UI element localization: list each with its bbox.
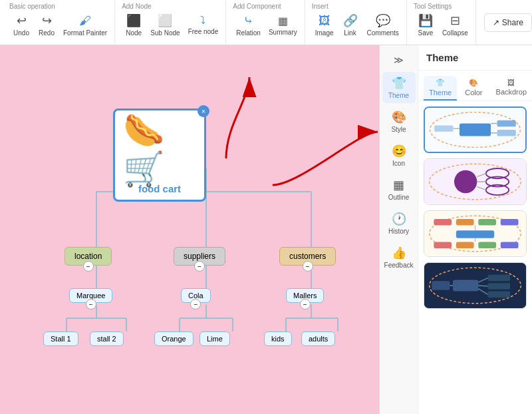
backdrop-tab-label: Backdrop xyxy=(496,88,527,96)
customers-node[interactable]: customers − xyxy=(279,247,336,266)
customers-collapse-btn[interactable]: − xyxy=(303,261,313,272)
kids-node[interactable]: kids xyxy=(264,331,292,346)
sidebar-item-icon[interactable]: 😊 Icon xyxy=(382,140,416,171)
theme-tab-icon: 👕 xyxy=(436,79,445,87)
redo-icon: ↪ xyxy=(42,13,52,28)
tab-color[interactable]: 🎨 Color xyxy=(460,76,487,101)
location-node[interactable]: location − xyxy=(65,247,112,266)
link-button[interactable]: 🔗 Link xyxy=(338,11,362,39)
location-collapse-btn[interactable]: − xyxy=(83,261,94,272)
toolbar-items-add-node: ⬛ Node ⬜ Sub Node ⤵ Free node xyxy=(122,11,221,39)
free-node-button[interactable]: ⤵ Free node xyxy=(185,13,222,37)
node-label: Node xyxy=(126,29,142,37)
panel-collapse-toggle[interactable]: ≫ xyxy=(382,51,416,69)
sidebar-item-feedback[interactable]: 👍 Feedback xyxy=(382,242,416,273)
theme-card-2[interactable] xyxy=(424,158,527,205)
suppliers-collapse-btn[interactable]: − xyxy=(194,261,205,272)
toolbar-group-label-basic: Basic operation xyxy=(9,3,55,10)
adults-label: adults xyxy=(309,335,328,343)
panel-content: Theme 👕 Theme 🎨 Color 🖼 Backdrop xyxy=(418,45,532,414)
comments-button[interactable]: 💬 Comments xyxy=(364,11,402,39)
redo-button[interactable]: ↪ Redo xyxy=(35,11,59,39)
toolbar-group-label-tool-settings: Tool Settings xyxy=(414,3,452,10)
svg-rect-47 xyxy=(434,242,452,248)
svg-rect-46 xyxy=(456,230,494,238)
theme-card-1[interactable] xyxy=(424,106,527,153)
feedback-sidebar-label: Feedback xyxy=(384,262,414,269)
red-arrows-svg xyxy=(0,45,379,414)
link-label: Link xyxy=(344,29,356,37)
mallers-node[interactable]: Mallers − xyxy=(286,288,324,303)
mallers-collapse-btn[interactable]: − xyxy=(300,299,311,310)
summary-button[interactable]: ▦ Summary xyxy=(265,13,301,38)
comments-icon: 💬 xyxy=(376,13,390,28)
root-node-label: food cart xyxy=(138,183,181,194)
sub-node-button[interactable]: ⬜ Sub Node xyxy=(147,11,183,39)
link-icon: 🔗 xyxy=(343,13,358,28)
root-node-image: 🌭🛒 xyxy=(123,116,196,183)
image-button[interactable]: 🖼 Image xyxy=(312,12,337,39)
toolbar-items-add-component: ⤷ Relation ▦ Summary xyxy=(233,11,301,39)
stall1-label: Stall 1 xyxy=(51,335,71,343)
svg-rect-48 xyxy=(456,242,474,248)
tab-theme[interactable]: 👕 Theme xyxy=(424,76,457,101)
svg-rect-44 xyxy=(478,219,496,226)
sidebar-item-outline[interactable]: ▦ Outline xyxy=(382,174,416,205)
cola-node[interactable]: Cola − xyxy=(181,288,211,303)
adults-node[interactable]: adults xyxy=(301,331,335,346)
root-node[interactable]: × 🌭🛒 food cart xyxy=(113,108,206,202)
lime-node[interactable]: Lime xyxy=(200,331,230,346)
save-label: Save xyxy=(418,29,433,37)
undo-label: Undo xyxy=(13,29,29,37)
svg-rect-58 xyxy=(488,292,510,298)
outline-sidebar-label: Outline xyxy=(388,194,410,201)
free-node-label: Free node xyxy=(188,28,219,35)
panel-header: Theme xyxy=(418,45,532,71)
collapse-button[interactable]: ⊟ Collapse xyxy=(439,11,471,39)
marquee-collapse-btn[interactable]: − xyxy=(86,299,96,310)
format-painter-button[interactable]: 🖌 Format Painter xyxy=(60,12,110,39)
cola-collapse-btn[interactable]: − xyxy=(190,299,201,310)
share-button[interactable]: ↗ Share xyxy=(484,13,532,32)
stall1-node[interactable]: Stall 1 xyxy=(43,331,78,346)
toolbar-items-basic: ↩ Undo ↪ Redo 🖌 Format Painter xyxy=(9,11,110,39)
sidebar-item-history[interactable]: 🕐 History xyxy=(382,208,416,239)
canvas[interactable]: × 🌭🛒 food cart location − suppliers − cu… xyxy=(0,45,379,414)
sub-node-label: Sub Node xyxy=(150,29,180,37)
relation-button[interactable]: ⤷ Relation xyxy=(233,11,264,39)
feedback-sidebar-icon: 👍 xyxy=(392,246,406,260)
redo-label: Redo xyxy=(39,29,55,37)
image-icon: 🖼 xyxy=(319,14,331,28)
marquee-node[interactable]: Marquee − xyxy=(69,288,112,303)
theme-sidebar-label: Theme xyxy=(388,92,409,99)
history-sidebar-icon: 🕐 xyxy=(392,212,406,226)
node-button[interactable]: ⬛ Node xyxy=(122,11,146,39)
history-sidebar-label: History xyxy=(388,228,409,235)
suppliers-node[interactable]: suppliers − xyxy=(174,247,225,266)
image-label: Image xyxy=(315,29,334,37)
toolbar-items-tool-settings: 💾 Save ⊟ Collapse xyxy=(414,11,471,39)
sidebar-item-theme[interactable]: 👕 Theme xyxy=(382,72,416,103)
theme-card-3[interactable] xyxy=(424,210,527,257)
sidebar-item-style[interactable]: 🎨 Style xyxy=(382,106,416,137)
stall2-label: stall 2 xyxy=(97,335,116,343)
connections-svg xyxy=(0,45,379,414)
relation-icon: ⤷ xyxy=(243,13,253,28)
tab-backdrop[interactable]: 🖼 Backdrop xyxy=(491,76,532,101)
save-button[interactable]: 💾 Save xyxy=(414,11,438,39)
icon-sidebar-label: Icon xyxy=(392,160,405,167)
svg-rect-49 xyxy=(478,242,496,248)
summary-label: Summary xyxy=(269,29,297,36)
stall2-node[interactable]: stall 2 xyxy=(90,331,124,346)
share-icon: ↗ xyxy=(493,18,499,27)
panel-title: Theme xyxy=(426,52,458,63)
undo-button[interactable]: ↩ Undo xyxy=(9,11,33,39)
theme-svg-3 xyxy=(424,211,526,256)
node-close-button[interactable]: × xyxy=(198,105,209,117)
collapse-label: Collapse xyxy=(442,29,468,37)
free-node-icon: ⤵ xyxy=(200,15,205,27)
svg-rect-45 xyxy=(501,219,519,226)
orange-node[interactable]: Orange xyxy=(154,331,194,346)
theme-card-4[interactable] xyxy=(424,262,527,309)
theme-tabs: 👕 Theme 🎨 Color 🖼 Backdrop xyxy=(418,71,532,101)
